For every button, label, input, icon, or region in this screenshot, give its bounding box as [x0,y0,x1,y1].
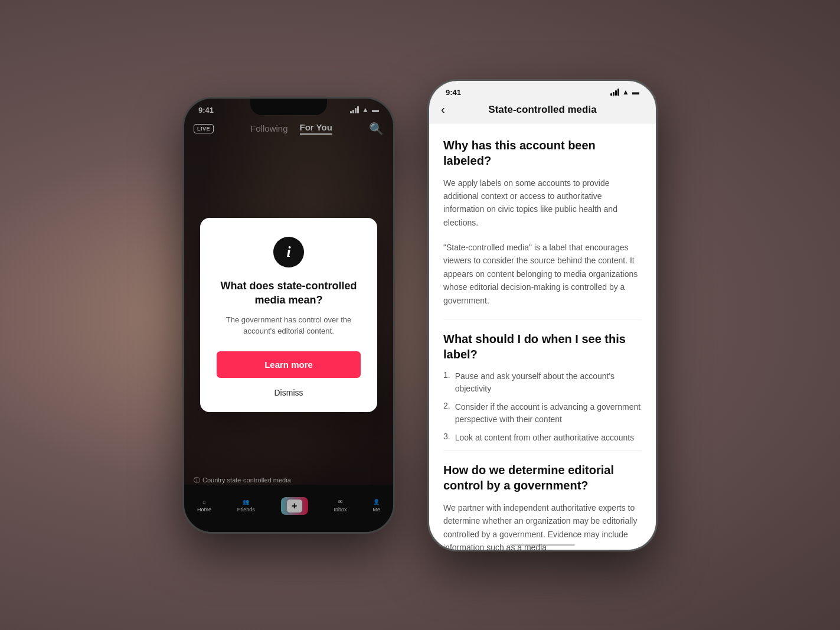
modal-card: i What does state-controlled media mean?… [200,218,377,412]
heading-how-determine: How do we determine editorial control by… [443,462,642,493]
phone-left: 9:41 ▲ ▬ LIVE Following For Y [182,97,395,534]
page-title: State-controlled media [488,104,596,116]
learn-more-button[interactable]: Learn more [217,351,361,378]
info-content[interactable]: Why has this account been labeled? We ap… [429,123,656,550]
signal-icon-right [610,89,619,96]
list-text-3: Look at content from other authoritative… [455,432,635,444]
list-item-3: 3. Look at content from other authoritat… [443,432,642,444]
text-why-labeled-1: We apply labels on some accounts to prov… [443,177,642,230]
heading-what-to-do: What should I do when I see this label? [443,331,642,362]
phones-container: 9:41 ▲ ▬ LIVE Following For Y [182,79,658,551]
back-button[interactable]: ‹ [441,103,445,116]
phone-left-inner: 9:41 ▲ ▬ LIVE Following For Y [184,99,393,532]
top-bar-right: ‹ State-controlled media [429,99,656,123]
wifi-icon-right: ▲ [622,88,629,96]
text-why-labeled-2: "State-controlled media" is a label that… [443,241,642,307]
list-item-2: 2. Consider if the account is advancing … [443,401,642,426]
heading-why-labeled: Why has this account been labeled? [443,138,642,168]
phone-right: 9:41 ▲ ▬ ‹ State-controlled media [427,79,658,551]
info-icon: i [273,237,304,267]
divider-2 [443,450,642,451]
list-num-1: 1. [443,370,450,395]
home-indicator-right [510,544,575,546]
phone-right-inner: 9:41 ▲ ▬ ‹ State-controlled media [429,81,656,550]
modal-description: The government has control over the acco… [217,314,361,337]
dismiss-button[interactable]: Dismiss [274,388,303,397]
modal-overlay: i What does state-controlled media mean?… [184,99,393,532]
time-right: 9:41 [446,88,461,97]
list-text-1: Pause and ask yourself about the account… [455,370,642,395]
list-text-2: Consider if the account is advancing a g… [455,401,642,426]
info-letter: i [286,244,290,260]
divider-1 [443,319,642,319]
status-icons-right: ▲ ▬ [610,88,639,96]
notch-right [504,81,581,97]
list-num-3: 3. [443,432,450,444]
battery-icon-right: ▬ [632,88,639,96]
list-num-2: 2. [443,401,450,426]
text-how-determine: We partner with independent authoritativ… [443,501,642,549]
modal-title: What does state-controlled media mean? [217,279,361,307]
list-item-1: 1. Pause and ask yourself about the acco… [443,370,642,395]
